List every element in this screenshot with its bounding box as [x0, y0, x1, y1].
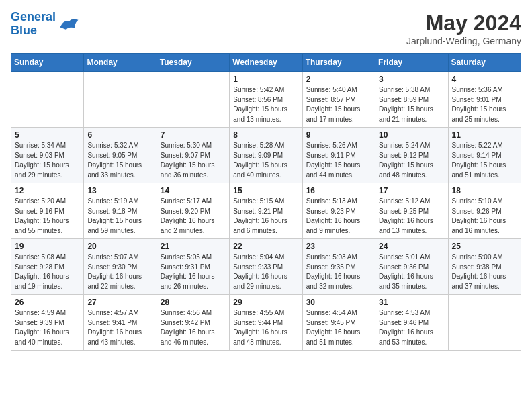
calendar-cell: 29Sunrise: 4:55 AMSunset: 9:44 PMDayligh…: [230, 295, 302, 351]
calendar-cell: 15Sunrise: 5:15 AMSunset: 9:21 PMDayligh…: [230, 183, 302, 239]
calendar-cell: 14Sunrise: 5:17 AMSunset: 9:20 PMDayligh…: [157, 183, 229, 239]
calendar-cell: 25Sunrise: 5:00 AMSunset: 9:38 PMDayligh…: [448, 239, 521, 295]
calendar-cell: 28Sunrise: 4:56 AMSunset: 9:42 PMDayligh…: [157, 295, 229, 351]
day-number: 29: [233, 298, 298, 307]
day-info: Sunrise: 4:56 AMSunset: 9:42 PMDaylight:…: [161, 308, 226, 347]
day-number: 30: [306, 298, 371, 307]
day-number: 6: [87, 130, 152, 140]
calendar-cell: [157, 72, 229, 128]
calendar-header-row: SundayMondayTuesdayWednesdayThursdayFrid…: [11, 54, 521, 72]
day-info: Sunrise: 5:15 AMSunset: 9:21 PMDaylight:…: [233, 197, 298, 236]
day-number: 10: [379, 130, 444, 140]
day-info: Sunrise: 5:34 AMSunset: 9:03 PMDaylight:…: [15, 141, 80, 180]
calendar-cell: [84, 72, 157, 128]
calendar-row: 5Sunrise: 5:34 AMSunset: 9:03 PMDaylight…: [11, 128, 521, 183]
calendar-cell: 23Sunrise: 5:03 AMSunset: 9:35 PMDayligh…: [302, 239, 375, 295]
calendar-cell: 24Sunrise: 5:01 AMSunset: 9:36 PMDayligh…: [375, 239, 448, 295]
day-info: Sunrise: 5:13 AMSunset: 9:23 PMDaylight:…: [306, 197, 371, 236]
day-number: 18: [452, 186, 517, 195]
day-number: 8: [233, 130, 298, 140]
day-number: 11: [452, 130, 517, 140]
day-info: Sunrise: 5:04 AMSunset: 9:33 PMDaylight:…: [233, 253, 298, 291]
day-info: Sunrise: 4:55 AMSunset: 9:44 PMDaylight:…: [233, 308, 298, 347]
calendar-row: 19Sunrise: 5:08 AMSunset: 9:28 PMDayligh…: [11, 239, 521, 295]
day-number: 3: [379, 75, 444, 84]
logo: General Blue: [11, 11, 81, 38]
calendar-cell: 27Sunrise: 4:57 AMSunset: 9:41 PMDayligh…: [84, 295, 157, 351]
day-number: 27: [87, 298, 152, 307]
calendar-cell: 11Sunrise: 5:22 AMSunset: 9:14 PMDayligh…: [448, 128, 521, 183]
day-number: 13: [87, 186, 152, 195]
day-number: 19: [15, 242, 80, 251]
day-info: Sunrise: 5:24 AMSunset: 9:12 PMDaylight:…: [379, 141, 444, 180]
calendar-row: 26Sunrise: 4:59 AMSunset: 9:39 PMDayligh…: [11, 295, 521, 351]
day-number: 25: [452, 242, 517, 251]
day-number: 21: [161, 242, 226, 251]
calendar-cell: 3Sunrise: 5:38 AMSunset: 8:59 PMDaylight…: [375, 72, 448, 128]
calendar-cell: 1Sunrise: 5:42 AMSunset: 8:56 PMDaylight…: [230, 72, 302, 128]
day-info: Sunrise: 4:54 AMSunset: 9:45 PMDaylight:…: [306, 308, 371, 347]
calendar-cell: 26Sunrise: 4:59 AMSunset: 9:39 PMDayligh…: [11, 295, 84, 351]
calendar-table: SundayMondayTuesdayWednesdayThursdayFrid…: [11, 53, 521, 351]
logo-bird-icon: [57, 14, 81, 34]
calendar-cell: 31Sunrise: 4:53 AMSunset: 9:46 PMDayligh…: [375, 295, 448, 351]
calendar-cell: 10Sunrise: 5:24 AMSunset: 9:12 PMDayligh…: [375, 128, 448, 183]
day-number: 5: [15, 130, 80, 140]
column-header-tuesday: Tuesday: [157, 54, 229, 72]
day-number: 31: [379, 298, 444, 307]
day-number: 26: [15, 298, 80, 307]
day-info: Sunrise: 5:20 AMSunset: 9:16 PMDaylight:…: [15, 197, 80, 236]
calendar-cell: 8Sunrise: 5:28 AMSunset: 9:09 PMDaylight…: [230, 128, 302, 183]
calendar-cell: 19Sunrise: 5:08 AMSunset: 9:28 PMDayligh…: [11, 239, 84, 295]
day-info: Sunrise: 5:42 AMSunset: 8:56 PMDaylight:…: [233, 85, 298, 124]
day-info: Sunrise: 5:40 AMSunset: 8:57 PMDaylight:…: [306, 85, 371, 124]
calendar-cell: 7Sunrise: 5:30 AMSunset: 9:07 PMDaylight…: [157, 128, 229, 183]
column-header-friday: Friday: [375, 54, 448, 72]
calendar-cell: 5Sunrise: 5:34 AMSunset: 9:03 PMDaylight…: [11, 128, 84, 183]
day-info: Sunrise: 5:17 AMSunset: 9:20 PMDaylight:…: [161, 197, 226, 236]
calendar-cell: 13Sunrise: 5:19 AMSunset: 9:18 PMDayligh…: [84, 183, 157, 239]
day-number: 7: [161, 130, 226, 140]
day-number: 4: [452, 75, 517, 84]
calendar-cell: 18Sunrise: 5:10 AMSunset: 9:26 PMDayligh…: [448, 183, 521, 239]
day-number: 14: [161, 186, 226, 195]
day-info: Sunrise: 4:57 AMSunset: 9:41 PMDaylight:…: [87, 308, 152, 347]
page-header: General Blue May 2024 Jarplund-Weding, G…: [11, 11, 521, 46]
day-info: Sunrise: 5:22 AMSunset: 9:14 PMDaylight:…: [452, 141, 517, 180]
column-header-saturday: Saturday: [448, 54, 521, 72]
day-info: Sunrise: 4:53 AMSunset: 9:46 PMDaylight:…: [379, 308, 444, 347]
day-info: Sunrise: 5:30 AMSunset: 9:07 PMDaylight:…: [161, 141, 226, 180]
calendar-title: May 2024: [406, 11, 521, 36]
day-info: Sunrise: 5:28 AMSunset: 9:09 PMDaylight:…: [233, 141, 298, 180]
column-header-thursday: Thursday: [302, 54, 375, 72]
day-info: Sunrise: 5:36 AMSunset: 9:01 PMDaylight:…: [452, 85, 517, 124]
logo-text: General Blue: [11, 11, 56, 38]
day-number: 16: [306, 186, 371, 195]
day-info: Sunrise: 5:12 AMSunset: 9:25 PMDaylight:…: [379, 197, 444, 236]
calendar-cell: 17Sunrise: 5:12 AMSunset: 9:25 PMDayligh…: [375, 183, 448, 239]
column-header-monday: Monday: [84, 54, 157, 72]
day-number: 9: [306, 130, 371, 140]
day-number: 24: [379, 242, 444, 251]
calendar-cell: 16Sunrise: 5:13 AMSunset: 9:23 PMDayligh…: [302, 183, 375, 239]
calendar-cell: [11, 72, 84, 128]
day-info: Sunrise: 5:26 AMSunset: 9:11 PMDaylight:…: [306, 141, 371, 180]
day-info: Sunrise: 5:07 AMSunset: 9:30 PMDaylight:…: [87, 253, 152, 291]
day-info: Sunrise: 5:10 AMSunset: 9:26 PMDaylight:…: [452, 197, 517, 236]
calendar-cell: 2Sunrise: 5:40 AMSunset: 8:57 PMDaylight…: [302, 72, 375, 128]
day-info: Sunrise: 5:38 AMSunset: 8:59 PMDaylight:…: [379, 85, 444, 124]
calendar-cell: 12Sunrise: 5:20 AMSunset: 9:16 PMDayligh…: [11, 183, 84, 239]
calendar-cell: 4Sunrise: 5:36 AMSunset: 9:01 PMDaylight…: [448, 72, 521, 128]
title-block: May 2024 Jarplund-Weding, Germany: [406, 11, 521, 46]
column-header-sunday: Sunday: [11, 54, 84, 72]
day-info: Sunrise: 4:59 AMSunset: 9:39 PMDaylight:…: [15, 308, 80, 347]
day-number: 2: [306, 75, 371, 84]
calendar-cell: 6Sunrise: 5:32 AMSunset: 9:05 PMDaylight…: [84, 128, 157, 183]
calendar-subtitle: Jarplund-Weding, Germany: [406, 36, 521, 46]
calendar-cell: 30Sunrise: 4:54 AMSunset: 9:45 PMDayligh…: [302, 295, 375, 351]
day-number: 20: [87, 242, 152, 251]
day-number: 1: [233, 75, 298, 84]
day-number: 23: [306, 242, 371, 251]
calendar-cell: 20Sunrise: 5:07 AMSunset: 9:30 PMDayligh…: [84, 239, 157, 295]
day-info: Sunrise: 5:00 AMSunset: 9:38 PMDaylight:…: [452, 253, 517, 291]
